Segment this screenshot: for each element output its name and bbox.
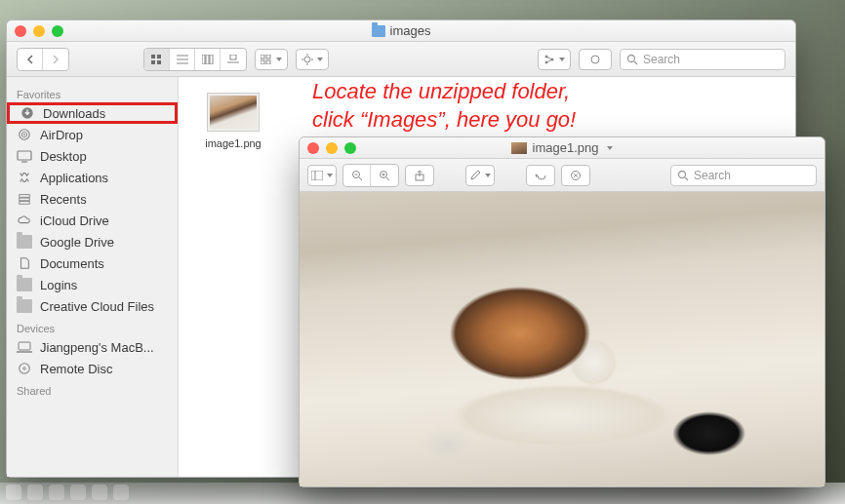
svg-rect-2 xyxy=(151,60,155,64)
column-view-button[interactable] xyxy=(195,49,221,70)
sidebar-item-desktop[interactable]: Desktop xyxy=(7,145,178,167)
sidebar-toggle-button[interactable] xyxy=(307,165,337,186)
highlight-button[interactable] xyxy=(465,165,495,186)
svg-rect-8 xyxy=(206,55,209,64)
sidebar-item-label: Jiangpeng's MacB... xyxy=(40,340,154,355)
traffic-lights[interactable] xyxy=(307,142,356,154)
sidebar-item-label: Desktop xyxy=(40,149,87,164)
svg-rect-14 xyxy=(261,60,264,64)
finder-search[interactable]: Search xyxy=(620,49,785,70)
rotate-button[interactable] xyxy=(526,165,555,186)
zoom-in-button[interactable] xyxy=(371,165,398,186)
desktop-icon xyxy=(17,149,32,163)
preview-search[interactable]: Search xyxy=(670,165,817,186)
maximize-icon[interactable] xyxy=(344,142,356,154)
file-proxy-icon[interactable] xyxy=(511,142,527,154)
zoom-out-button[interactable] xyxy=(343,165,371,186)
chevron-down-icon[interactable] xyxy=(607,146,613,150)
svg-rect-7 xyxy=(202,55,205,64)
svg-rect-10 xyxy=(230,55,236,59)
file-item[interactable]: image1.png xyxy=(194,93,272,149)
svg-line-24 xyxy=(546,57,552,59)
nav-buttons xyxy=(17,48,69,71)
finder-titlebar[interactable]: images xyxy=(7,20,795,42)
preview-titlebar[interactable]: image1.png xyxy=(300,137,825,159)
svg-rect-12 xyxy=(261,55,264,58)
folder-icon xyxy=(17,299,32,313)
svg-rect-38 xyxy=(19,342,30,350)
sidebar-item-macbook[interactable]: Jiangpeng's MacB... xyxy=(7,336,178,358)
sidebar-item-label: iCloud Drive xyxy=(40,213,109,228)
tags-button[interactable] xyxy=(579,49,612,70)
svg-point-27 xyxy=(628,55,635,61)
svg-point-40 xyxy=(20,364,30,374)
file-thumbnail xyxy=(207,93,260,132)
svg-rect-1 xyxy=(157,55,161,58)
folder-icon xyxy=(372,25,385,37)
airdrop-icon xyxy=(17,128,32,141)
svg-rect-9 xyxy=(210,55,213,64)
view-mode-buttons xyxy=(143,48,247,71)
downloads-icon xyxy=(20,106,35,120)
sidebar-section-devices: Devices xyxy=(7,317,178,336)
action-button[interactable] xyxy=(296,49,329,70)
annotation-text: Locate the unzipped folder, click “Image… xyxy=(312,78,722,134)
svg-point-32 xyxy=(23,134,25,136)
svg-rect-0 xyxy=(151,55,155,58)
back-button[interactable] xyxy=(18,49,43,70)
sidebar-item-applications[interactable]: Applications xyxy=(7,167,178,188)
sidebar-item-airdrop[interactable]: AirDrop xyxy=(7,124,178,145)
list-view-button[interactable] xyxy=(170,49,195,70)
sidebar-item-recents[interactable]: Recents xyxy=(7,188,178,210)
sidebar-item-label: Logins xyxy=(40,278,77,292)
search-icon xyxy=(626,54,638,65)
arrange-button[interactable] xyxy=(255,49,288,70)
close-icon[interactable] xyxy=(307,142,319,154)
minimize-icon[interactable] xyxy=(326,142,338,154)
finder-toolbar: Search xyxy=(7,42,795,77)
close-icon[interactable] xyxy=(15,25,26,37)
forward-button[interactable] xyxy=(43,49,68,70)
share-button[interactable] xyxy=(538,49,571,70)
sidebar-item-logins[interactable]: Logins xyxy=(7,274,178,295)
svg-line-54 xyxy=(685,177,688,180)
search-placeholder: Search xyxy=(694,169,731,182)
svg-rect-15 xyxy=(266,60,270,64)
sidebar-item-label: AirDrop xyxy=(40,128,83,142)
share-button[interactable] xyxy=(405,165,434,186)
sidebar-item-documents[interactable]: Documents xyxy=(7,252,178,274)
preview-toolbar: Search xyxy=(300,159,825,192)
markup-button[interactable] xyxy=(561,165,590,186)
file-name: image1.png xyxy=(194,137,272,149)
icon-view-button[interactable] xyxy=(144,49,170,70)
disc-icon xyxy=(17,362,32,375)
svg-rect-13 xyxy=(266,55,270,58)
applications-icon xyxy=(17,171,32,184)
zoom-buttons xyxy=(342,164,399,187)
svg-rect-35 xyxy=(20,195,30,198)
sidebar-item-label: Google Drive xyxy=(40,235,114,250)
svg-rect-42 xyxy=(311,171,323,180)
sidebar-item-icloud[interactable]: iCloud Drive xyxy=(7,210,178,231)
recents-icon xyxy=(17,192,32,206)
svg-line-25 xyxy=(546,59,552,62)
laptop-icon xyxy=(17,340,32,354)
svg-line-28 xyxy=(634,61,637,64)
sidebar-item-label: Remote Disc xyxy=(40,362,112,376)
sidebar-section-shared: Shared xyxy=(7,379,178,399)
sidebar-item-creativecloud[interactable]: Creative Cloud Files xyxy=(7,295,178,317)
sidebar-item-downloads[interactable]: Downloads xyxy=(7,102,178,124)
sidebar-item-label: Downloads xyxy=(43,106,105,121)
maximize-icon[interactable] xyxy=(52,25,63,37)
folder-icon xyxy=(17,278,32,291)
sidebar-item-label: Applications xyxy=(40,171,108,185)
preview-image-area[interactable] xyxy=(300,192,825,486)
window-title: image1.png xyxy=(533,140,599,155)
coverflow-view-button[interactable] xyxy=(221,49,246,70)
traffic-lights[interactable] xyxy=(15,25,63,37)
minimize-icon[interactable] xyxy=(33,25,45,37)
sidebar-item-googledrive[interactable]: Google Drive xyxy=(7,231,178,252)
finder-sidebar: Favorites Downloads AirDrop Desktop Appl… xyxy=(7,77,179,477)
sidebar-item-label: Creative Cloud Files xyxy=(40,299,154,314)
sidebar-item-remotedisc[interactable]: Remote Disc xyxy=(7,358,178,379)
